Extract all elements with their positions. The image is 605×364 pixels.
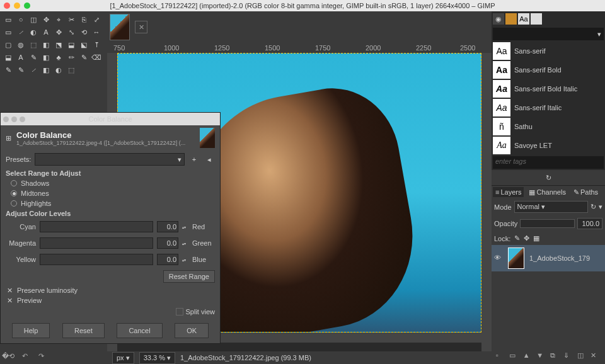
font-item[interactable]: AaSans-serif Bold xyxy=(492,60,605,79)
tags-input[interactable]: enter tags xyxy=(493,156,604,169)
tool-19[interactable]: ◧ xyxy=(40,39,52,50)
tool-17[interactable]: ◍ xyxy=(15,39,26,50)
opacity-value[interactable]: 100.0 xyxy=(577,218,602,229)
font-item[interactable]: ñSathu xyxy=(492,117,605,136)
mode-switch-icon[interactable]: ↻ xyxy=(591,203,596,211)
redo-icon[interactable]: ↷ xyxy=(35,350,47,361)
cancel-button[interactable]: Cancel xyxy=(117,323,162,338)
font-item[interactable]: AaSavoye LET xyxy=(492,136,605,155)
lock-pixels-icon[interactable]: ✎ xyxy=(514,234,520,242)
tool-16[interactable]: ▢ xyxy=(3,39,14,50)
reset-range-button[interactable]: Reset Range xyxy=(163,270,215,283)
tool-6[interactable]: ⎘ xyxy=(78,14,89,25)
tool-30[interactable]: ✎ xyxy=(78,52,89,63)
tool-33[interactable]: ✎ xyxy=(15,64,26,76)
preset-menu-icon[interactable]: ◂ xyxy=(204,154,215,165)
font-item[interactable]: AaSans-serif Italic xyxy=(492,98,605,117)
patterns-tab-icon[interactable] xyxy=(505,13,517,25)
dialog-titlebar[interactable]: Color Balance xyxy=(1,113,220,125)
new-layer-icon[interactable]: ▫ xyxy=(496,351,506,361)
lock-position-icon[interactable]: ✥ xyxy=(524,234,529,242)
mask-icon[interactable]: ◫ xyxy=(577,351,587,361)
tool-14[interactable]: ⟲ xyxy=(78,26,89,38)
duplicate-layer-icon[interactable]: ⧉ xyxy=(550,351,560,361)
tool-11[interactable]: A xyxy=(40,26,52,38)
tab-channels[interactable]: ▦ Channels xyxy=(526,187,568,198)
tool-13[interactable]: ⤡ xyxy=(66,26,77,38)
tool-7[interactable]: ⤢ xyxy=(91,14,102,25)
close-tab-icon[interactable]: ✕ xyxy=(135,21,147,33)
new-group-icon[interactable]: ▭ xyxy=(509,351,519,361)
tool-15[interactable]: ↔ xyxy=(91,26,102,38)
ok-button[interactable]: OK xyxy=(175,323,209,338)
tool-31[interactable]: ⌫ xyxy=(91,52,102,63)
help-button[interactable]: Help xyxy=(12,323,50,338)
tool-32[interactable]: ✎ xyxy=(3,64,14,76)
tool-21[interactable]: ⬓ xyxy=(66,39,77,50)
tab-paths[interactable]: ✎ Paths xyxy=(571,187,601,198)
yellow-blue-spinner[interactable]: ▴▾ xyxy=(182,258,188,262)
tool-35[interactable]: ◧ xyxy=(40,64,52,76)
undo-icon[interactable]: ↶ xyxy=(19,350,30,361)
tool-20[interactable]: ⬔ xyxy=(53,39,64,50)
tool-5[interactable]: ✂ xyxy=(66,14,77,25)
visibility-icon[interactable]: 👁 xyxy=(494,254,503,263)
preserve-luminosity-checkbox[interactable]: ✕Preserve luminosity xyxy=(1,285,220,295)
tool-27[interactable]: ◧ xyxy=(40,52,52,63)
font-item[interactable]: AaSans-serif Bold Italic xyxy=(492,79,605,98)
cyan-red-spinner[interactable]: ▴▾ xyxy=(182,225,188,229)
tool-26[interactable]: ✎ xyxy=(28,52,39,63)
toolbox-reset-icon[interactable]: �⟲ xyxy=(3,350,14,361)
lower-layer-icon[interactable]: ▼ xyxy=(536,351,546,361)
layer-row[interactable]: 👁 1_AdobeStock_179 xyxy=(492,245,605,271)
font-item[interactable]: AaSans-serif xyxy=(492,42,605,60)
tool-3[interactable]: ✥ xyxy=(40,14,52,25)
tool-8[interactable]: ▭ xyxy=(3,26,14,38)
lock-alpha-icon[interactable]: ▦ xyxy=(533,234,539,242)
mode-selector[interactable]: Normal ▾ xyxy=(514,201,588,213)
tool-2[interactable]: ◫ xyxy=(28,14,39,25)
tool-12[interactable]: ✥ xyxy=(53,26,64,38)
add-preset-icon[interactable]: + xyxy=(188,154,200,165)
tool-23[interactable]: ⤒ xyxy=(91,39,102,50)
tool-34[interactable]: ⟋ xyxy=(28,64,39,76)
tool-37[interactable]: ⬚ xyxy=(66,64,77,76)
unit-selector[interactable]: px ▾ xyxy=(112,352,134,364)
tool-4[interactable]: ⌖ xyxy=(53,14,64,25)
presets-selector[interactable]: ▾ xyxy=(35,153,185,166)
tool-10[interactable]: ◐ xyxy=(28,26,39,38)
magenta-green-slider[interactable] xyxy=(40,237,153,249)
radio-highlights[interactable]: Highlights xyxy=(1,198,220,208)
tool-9[interactable]: ⟋ xyxy=(15,26,26,38)
opacity-slider[interactable] xyxy=(520,219,575,228)
tool-24[interactable]: ⬓ xyxy=(3,52,14,63)
document-tab-icon[interactable] xyxy=(531,13,542,25)
magenta-green-value[interactable]: 0.0 xyxy=(157,237,178,249)
tool-36[interactable]: ◐ xyxy=(53,64,64,76)
preview-checkbox[interactable]: ✕Preview xyxy=(1,295,220,305)
font-filter-input[interactable]: ▾ xyxy=(493,28,604,40)
cyan-red-slider[interactable] xyxy=(40,221,153,232)
radio-shadows[interactable]: Shadows xyxy=(1,178,220,188)
magenta-green-spinner[interactable]: ▴▾ xyxy=(182,241,188,246)
tool-25[interactable]: A xyxy=(15,52,26,63)
brushes-tab-icon[interactable]: ◉ xyxy=(493,13,504,25)
split-view-checkbox[interactable] xyxy=(176,308,183,316)
delete-layer-icon[interactable]: ✕ xyxy=(591,351,601,361)
image-thumbnail[interactable] xyxy=(110,14,130,40)
fonts-tab-icon[interactable]: Aa xyxy=(518,13,529,25)
refresh-icon[interactable]: ↻ xyxy=(546,174,551,182)
tool-22[interactable]: ⬕ xyxy=(78,39,89,50)
reset-button[interactable]: Reset xyxy=(62,323,105,338)
tool-29[interactable]: ✏ xyxy=(66,52,77,63)
tool-28[interactable]: ♣ xyxy=(53,52,64,63)
cyan-red-value[interactable]: 0.0 xyxy=(157,221,178,232)
yellow-blue-value[interactable]: 0.0 xyxy=(157,254,178,265)
tool-0[interactable]: ▭ xyxy=(3,14,14,25)
raise-layer-icon[interactable]: ▲ xyxy=(523,351,533,361)
radio-midtones[interactable]: Midtones xyxy=(1,188,220,198)
zoom-selector[interactable]: 33.3 % ▾ xyxy=(139,352,175,364)
window-traffic-lights[interactable] xyxy=(4,3,30,9)
tab-layers[interactable]: ≡ Layers xyxy=(493,187,524,197)
yellow-blue-slider[interactable] xyxy=(40,254,153,265)
